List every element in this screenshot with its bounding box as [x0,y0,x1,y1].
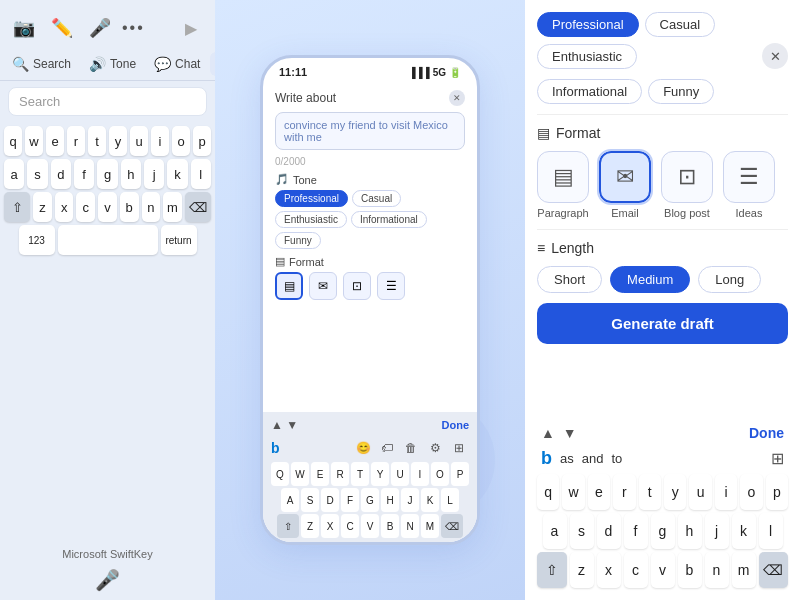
phone-key-J[interactable]: J [401,488,419,512]
rk-key-t[interactable]: t [639,474,661,510]
rk-key-c[interactable]: c [624,552,648,588]
bing-emoji-icon[interactable]: 😊 [353,438,373,458]
tab-search[interactable]: 🔍 Search [4,52,79,76]
rk-suggestion-as[interactable]: as [560,451,574,466]
rk-key-v[interactable]: v [651,552,675,588]
right-chip-funny[interactable]: Funny [648,79,714,104]
format-option-ideas[interactable]: ☰ Ideas [723,151,775,219]
mic-icon-bottom[interactable]: 🎤 [95,568,120,592]
rk-key-o[interactable]: o [740,474,762,510]
right-close-button[interactable]: ✕ [762,43,788,69]
key-z[interactable]: z [33,192,52,222]
phone-key-W[interactable]: W [291,462,309,486]
phone-key-D[interactable]: D [321,488,339,512]
rk-key-g[interactable]: g [651,513,675,549]
phone-key-Q[interactable]: Q [271,462,289,486]
phone-key-B[interactable]: B [381,514,399,538]
format-option-blog[interactable]: ⊡ Blog post [661,151,713,219]
key-k[interactable]: k [167,159,187,189]
phone-key-I[interactable]: I [411,462,429,486]
right-chip-enthusiastic[interactable]: Enthusiastic [537,44,637,69]
key-p[interactable]: p [193,126,211,156]
tab-chat[interactable]: 💬 Chat [146,52,208,76]
phone-key-N[interactable]: N [401,514,419,538]
phone-key-S[interactable]: S [301,488,319,512]
rk-key-n[interactable]: n [705,552,729,588]
tab-tone[interactable]: 🔊 Tone [81,52,144,76]
rk-bing-logo[interactable]: b [541,448,552,469]
rk-key-q[interactable]: q [537,474,559,510]
rk-key-a[interactable]: a [543,513,567,549]
key-e[interactable]: e [46,126,64,156]
phone-key-Y[interactable]: Y [371,462,389,486]
rk-key-z[interactable]: z [570,552,594,588]
phone-close-button[interactable]: ✕ [449,90,465,106]
rk-key-s[interactable]: s [570,513,594,549]
pen-icon[interactable]: ✏️ [46,12,78,44]
length-chip-long[interactable]: Long [698,266,761,293]
phone-key-A[interactable]: A [281,488,299,512]
key-a[interactable]: a [4,159,24,189]
right-chip-casual[interactable]: Casual [645,12,715,37]
rk-done-button[interactable]: Done [749,425,784,441]
backspace-key[interactable]: ⌫ [185,192,211,222]
phone-key-X[interactable]: X [321,514,339,538]
key-q[interactable]: q [4,126,22,156]
bing-apps-icon[interactable]: ⊞ [449,438,469,458]
phone-key-V[interactable]: V [361,514,379,538]
key-o[interactable]: o [172,126,190,156]
key-r[interactable]: r [67,126,85,156]
key-b[interactable]: b [120,192,139,222]
return-key[interactable]: return [161,225,197,255]
right-chip-informational[interactable]: Informational [537,79,642,104]
arrow-down[interactable]: ▼ [563,425,577,441]
bing-delete-icon[interactable]: 🗑 [401,438,421,458]
length-chip-short[interactable]: Short [537,266,602,293]
key-n[interactable]: n [142,192,161,222]
phone-key-O[interactable]: O [431,462,449,486]
phone-key-C[interactable]: C [341,514,359,538]
mic-icon-toolbar[interactable]: 🎤 [84,12,116,44]
rk-key-b[interactable]: b [678,552,702,588]
phone-key-U[interactable]: U [391,462,409,486]
phone-key-K[interactable]: K [421,488,439,512]
rk-key-x[interactable]: x [597,552,621,588]
phone-chip-funny[interactable]: Funny [275,232,321,249]
phone-key-F[interactable]: F [341,488,359,512]
phone-done-button[interactable]: Done [442,419,470,431]
phone-chip-casual[interactable]: Casual [352,190,401,207]
phone-text-input[interactable]: convince my friend to visit Mexico with … [275,112,465,150]
length-chip-medium[interactable]: Medium [610,266,690,293]
rk-apps-icon[interactable]: ⊞ [771,449,784,468]
rk-suggestion-and[interactable]: and [582,451,604,466]
key-j[interactable]: j [144,159,164,189]
right-chip-professional[interactable]: Professional [537,12,639,37]
key-v[interactable]: v [98,192,117,222]
rk-key-p[interactable]: p [766,474,788,510]
phone-key-T[interactable]: T [351,462,369,486]
key-y[interactable]: y [109,126,127,156]
rk-key-f[interactable]: f [624,513,648,549]
rk-key-i[interactable]: i [715,474,737,510]
rk-key-e[interactable]: e [588,474,610,510]
rk-key-k[interactable]: k [732,513,756,549]
format-option-paragraph[interactable]: ▤ Paragraph [537,151,589,219]
key-c[interactable]: c [76,192,95,222]
rk-key-m[interactable]: m [732,552,756,588]
key-w[interactable]: w [25,126,43,156]
phone-shift-key[interactable]: ⇧ [277,514,299,538]
rk-key-d[interactable]: d [597,513,621,549]
phone-key-Z[interactable]: Z [301,514,319,538]
key-u[interactable]: u [130,126,148,156]
rk-key-h[interactable]: h [678,513,702,549]
shift-key[interactable]: ⇧ [4,192,30,222]
key-i[interactable]: i [151,126,169,156]
phone-format-paragraph[interactable]: ▤ [275,272,303,300]
phone-key-G[interactable]: G [361,488,379,512]
phone-chip-professional[interactable]: Professional [275,190,348,207]
phone-key-E[interactable]: E [311,462,329,486]
rk-key-j[interactable]: j [705,513,729,549]
phone-format-ideas[interactable]: ☰ [377,272,405,300]
rk-key-y[interactable]: y [664,474,686,510]
phone-format-blog[interactable]: ⊡ [343,272,371,300]
